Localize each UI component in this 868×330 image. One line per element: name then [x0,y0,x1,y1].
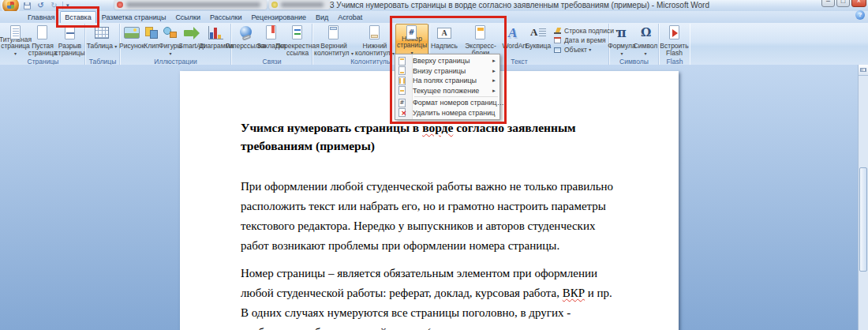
submenu-arrow-icon: ► [492,69,496,73]
picture-button[interactable]: Рисунок [121,24,143,57]
submenu-arrow-icon: ► [492,88,496,93]
ruler-toggle-button[interactable] [859,65,868,76]
picture-icon [122,25,141,41]
smartart-button[interactable]: SmartArt [181,24,203,57]
symbol-button[interactable]: Символ ▾ [634,24,657,57]
window-controls: – □ × [821,0,866,7]
tab-page-layout[interactable]: Разметка страницы [98,12,170,23]
ribbon-tab-row: Главная Вставка Разметка страницы Ссылки… [0,11,868,23]
current-position-icon [398,86,407,95]
menu-item-bottom-of-page[interactable]: Внизу страницы ► [395,66,499,77]
tab-mailings[interactable]: Рассылки [206,12,245,23]
dropdown-arrow-icon: ▾ [114,44,117,49]
chart-button[interactable]: Диаграмма [203,24,230,57]
format-page-numbers-icon [398,99,407,107]
shapes-button[interactable]: Фигуры ▾ [160,24,181,57]
table-icon [92,25,111,41]
close-button[interactable]: × [851,0,866,7]
redo-button[interactable]: ↻ [49,1,59,10]
cross-reference-button[interactable]: Перекрестная ссылка [283,24,312,57]
quick-parts-button[interactable]: Экспресс-блоки [458,24,503,57]
blurred-text [126,2,260,7]
menu-item-top-of-page[interactable]: Вверху страницы ► [395,56,499,66]
menu-item-format-page-numbers[interactable]: Формат номеров страниц… [395,98,499,108]
object-button[interactable]: Объект ▾ [553,46,610,54]
drop-cap-icon [529,25,548,41]
drop-cap-button[interactable]: Буквица [526,24,550,57]
page-break-button[interactable]: Разрыв страницы [56,24,84,57]
clipart-button[interactable]: Клип [143,24,160,57]
text-box-icon [435,25,454,41]
page-margins-icon [398,77,407,85]
footer-icon [365,25,384,41]
embed-flash-button[interactable]: Встроить Flash [660,24,689,57]
blurred-window-title-1 [114,0,267,9]
yellow-app-icon [271,2,278,8]
dropdown-arrow-icon: ▾ [644,51,646,56]
table-button[interactable]: Таблица ▾ [86,24,118,57]
hyperlink-button[interactable]: Гиперссылка [232,24,260,57]
ribbon-group-illustrations: Рисунок Клип Фигуры ▾ SmartArt Диаграмма [121,24,231,66]
cover-page-icon [6,25,25,35]
embed-flash-icon [665,25,684,41]
menu-item-remove-page-numbers[interactable]: Удалить номера страниц [395,108,499,118]
header-icon [324,25,343,41]
chart-icon [207,25,226,41]
blank-page-icon [33,25,52,41]
tab-review[interactable]: Рецензирование [247,12,310,23]
help-button[interactable]: ? [855,10,865,20]
save-button[interactable] [22,1,32,10]
header-button[interactable]: Верхний колонтитул ▾ [313,24,354,57]
titlebar: ↺ ↻ ▾ 3 Учимся нумеровать страницы в вор… [0,0,868,12]
maximize-button[interactable]: □ [836,0,850,7]
ribbon-group-links: Гиперссылка Закладка Перекрестная ссылка… [232,24,312,66]
shapes-icon [161,25,180,41]
dropdown-arrow-icon: ▾ [14,51,17,56]
signature-line-button[interactable]: Строка подписи ▾ [553,27,610,35]
submenu-arrow-icon: ► [492,58,496,63]
page-number-dropdown-menu: Вверху страницы ► Внизу страницы ► На по… [395,54,500,120]
menu-item-current-position[interactable]: Текущее положение ► [395,86,499,96]
smartart-icon [182,25,201,41]
qat-customize-button[interactable]: ▾ [66,2,69,9]
scrollbar-thumb[interactable] [859,167,867,272]
quick-access-toolbar: ↺ ↻ ▾ [22,1,69,10]
minimize-button[interactable]: – [821,0,835,7]
page-number-icon [402,25,421,34]
cover-page-button[interactable]: Титульная страница ▾ [2,24,29,57]
ribbon-group-symbols: Формула ▾ Символ ▾ Символы [610,24,659,66]
remove-page-numbers-icon [398,108,407,117]
date-time-button[interactable]: Дата и время [553,36,610,44]
tab-insert[interactable]: Вставка [60,11,95,23]
tab-acrobat[interactable]: Acrobat [334,12,366,23]
equation-button[interactable]: Формула ▾ [610,24,634,57]
tab-home[interactable]: Главная [24,12,58,23]
quick-parts-icon [471,25,490,41]
dropdown-arrow-icon: ▾ [351,51,354,56]
menu-item-page-margins[interactable]: На полях страницы ► [395,76,499,86]
ribbon-group-flash: Встроить Flash Flash [660,24,690,66]
object-icon [553,46,562,54]
vertical-scrollbar[interactable] [858,65,868,330]
undo-button[interactable]: ↺ [36,1,46,10]
document-heading: Учимся нумеровать страницы в ворде согла… [241,118,618,155]
dropdown-arrow-icon: ▾ [621,51,623,56]
blurred-text [281,2,324,7]
clipart-icon [142,25,161,41]
word-window: ↺ ↻ ▾ 3 Учимся нумеровать страницы в вор… [0,0,868,330]
equation-icon [612,25,631,41]
qat-separator [62,2,63,9]
tab-references[interactable]: Ссылки [171,12,204,23]
window-title: 3 Учимся нумеровать страницы в ворде сог… [330,1,709,10]
chevron-down-icon: ▾ [66,2,69,8]
page-number-button[interactable]: Номер страницы ▾ [395,24,428,57]
redo-icon: ↻ [51,1,57,10]
document-paragraph-2: Номер страницы – является обязательным э… [241,264,618,330]
footer-button[interactable]: Нижний колонтитул ▾ [354,24,395,57]
wordart-icon [505,25,524,41]
text-box-button[interactable]: Надпись [430,24,458,57]
blank-page-button[interactable]: Пустая страница [29,24,56,57]
dropdown-arrow-icon: ▾ [169,51,171,56]
tab-view[interactable]: Вид [312,12,332,23]
wordart-button[interactable]: WordArt [503,24,526,57]
